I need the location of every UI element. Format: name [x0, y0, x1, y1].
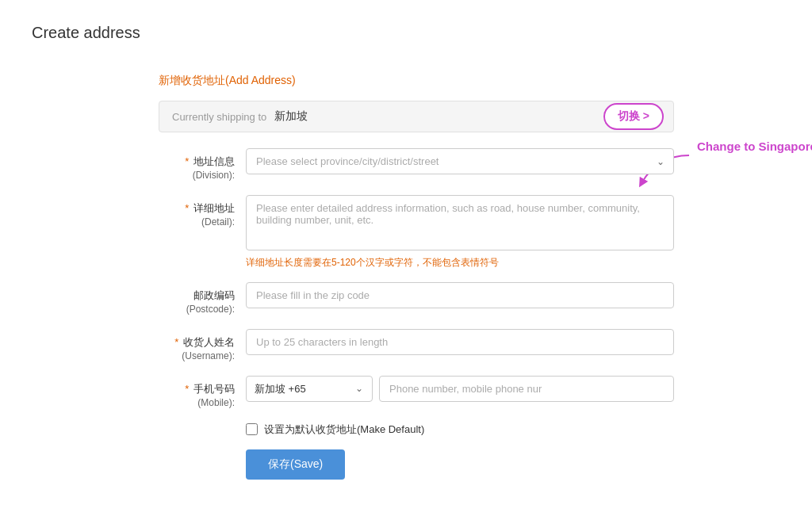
postcode-row: 邮政编码 (Postcode):: [159, 282, 674, 316]
detail-textarea[interactable]: [246, 195, 674, 250]
username-label-main: 收货人姓名: [183, 336, 235, 348]
username-input[interactable]: [246, 329, 674, 355]
default-checkbox-label: 设置为默认收货地址(Make Default): [264, 422, 424, 437]
division-label-main: 地址信息: [193, 155, 235, 167]
postcode-control: [246, 282, 674, 308]
detail-label: * 详细地址 (Detail):: [159, 195, 246, 229]
form-section: 新增收货地址(Add Address) Currently shipping t…: [159, 74, 674, 480]
shipping-country: 新加坡: [274, 109, 308, 124]
country-code-select[interactable]: 新加坡 +65: [246, 376, 373, 402]
postcode-input[interactable]: [246, 282, 674, 308]
mobile-label: * 手机号码 (Mobile):: [159, 376, 246, 410]
required-star: *: [185, 202, 189, 214]
section-heading: 新增收货地址(Add Address): [159, 74, 674, 88]
shipping-label: Currently shipping to: [172, 111, 266, 123]
detail-label-main: 详细地址: [193, 202, 235, 214]
save-button[interactable]: 保存(Save): [246, 449, 345, 480]
page-title: Create address: [32, 24, 780, 42]
detail-label-sub: (Detail):: [159, 216, 235, 229]
default-checkbox[interactable]: [246, 423, 258, 435]
username-control: [246, 329, 674, 355]
division-label: * 地址信息 (Division):: [159, 148, 246, 182]
postcode-label: 邮政编码 (Postcode):: [159, 282, 246, 316]
postcode-label-main: 邮政编码: [193, 289, 235, 301]
division-select[interactable]: Please select province/city/district/str…: [246, 148, 674, 174]
switch-button[interactable]: 切换 >: [603, 103, 664, 130]
page-container: Create address 新增收货地址(Add Address) Curre…: [0, 0, 812, 503]
mobile-label-main: 手机号码: [193, 383, 235, 395]
division-control: Please select province/city/district/str…: [246, 148, 674, 174]
mobile-input-group: 新加坡 +65 ⌄: [246, 376, 674, 402]
username-label: * 收货人姓名 (Username):: [159, 329, 246, 363]
default-checkbox-row: 设置为默认收货地址(Make Default): [246, 422, 674, 437]
username-row: * 收货人姓名 (Username):: [159, 329, 674, 363]
mobile-control: 新加坡 +65 ⌄: [246, 376, 674, 402]
detail-row: * 详细地址 (Detail): 详细地址长度需要在5-120个汉字或字符，不能…: [159, 195, 674, 270]
division-row: * 地址信息 (Division): Please select provinc…: [159, 148, 674, 182]
required-star: *: [185, 155, 189, 167]
required-star: *: [185, 383, 189, 395]
country-select-wrapper: 新加坡 +65 ⌄: [246, 376, 373, 402]
phone-input[interactable]: [379, 376, 674, 402]
division-select-wrapper: Please select province/city/district/str…: [246, 148, 674, 174]
detail-control: 详细地址长度需要在5-120个汉字或字符，不能包含表情符号: [246, 195, 674, 270]
annotation-container: Change to Singapore: [681, 140, 812, 153]
change-annotation: Change to Singapore: [697, 140, 812, 153]
required-star: *: [174, 336, 178, 348]
postcode-label-sub: (Postcode):: [159, 303, 235, 316]
detail-error: 详细地址长度需要在5-120个汉字或字符，不能包含表情符号: [246, 256, 674, 270]
mobile-row: * 手机号码 (Mobile): 新加坡 +65 ⌄: [159, 376, 674, 410]
username-label-sub: (Username):: [159, 350, 235, 363]
division-label-sub: (Division):: [159, 169, 235, 182]
shipping-bar: Currently shipping to 新加坡 切换 > Change to…: [159, 101, 674, 132]
mobile-label-sub: (Mobile):: [159, 396, 235, 410]
